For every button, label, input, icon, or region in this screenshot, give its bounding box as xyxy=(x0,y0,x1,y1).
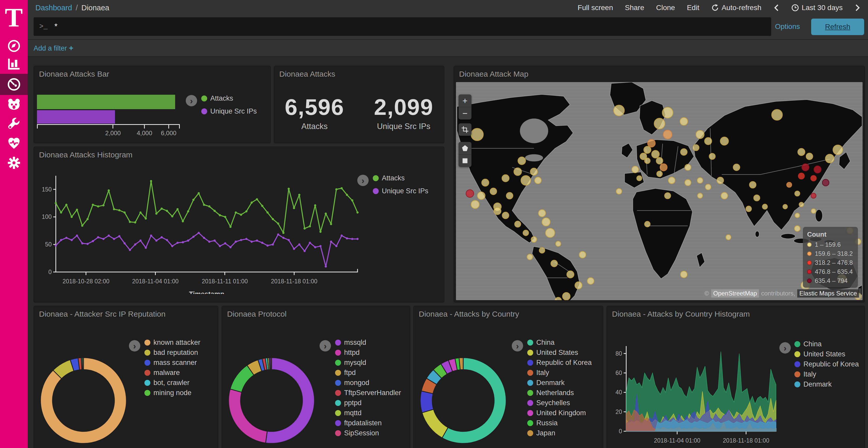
legend-color-dot xyxy=(145,390,150,396)
legend-item[interactable]: Denmark xyxy=(527,378,592,388)
sidebar-item-timelion[interactable] xyxy=(0,95,28,114)
bar-legend: AttacksUnique Src IPs xyxy=(201,92,257,118)
legend-label: SipSession xyxy=(344,429,379,437)
horizontal-bar-chart[interactable] xyxy=(37,95,180,125)
legend-item[interactable]: mysqld xyxy=(335,358,401,368)
legend-item[interactable]: Italy xyxy=(527,368,592,378)
gauge-icon xyxy=(7,77,21,91)
breadcrumb-dashboard-link[interactable]: Dashboard xyxy=(35,4,72,12)
osm-link[interactable]: OpenStreetMap xyxy=(711,289,759,298)
legend-item[interactable]: 159.6 – 318.2 xyxy=(807,249,853,258)
legend-label: 159.6 – 318.2 xyxy=(815,250,853,257)
legend-item[interactable]: SipSession xyxy=(335,428,401,438)
legend-item[interactable]: China xyxy=(527,338,592,348)
edit-button[interactable]: Edit xyxy=(687,4,699,12)
legend-item[interactable]: United States xyxy=(527,348,592,358)
area-chart[interactable]: 0204060802018-11-04 01:002018-11-18 01:0… xyxy=(613,345,784,448)
legend-item[interactable]: mqttd xyxy=(335,408,401,418)
legend-color-dot xyxy=(335,410,341,416)
sidebar-item-visualize[interactable] xyxy=(0,55,28,74)
legend-item[interactable]: malware xyxy=(145,368,200,378)
legend-item[interactable]: Japan xyxy=(527,428,592,438)
legend-item[interactable]: 635.4 – 794 xyxy=(807,276,853,285)
sidebar-item-management[interactable] xyxy=(0,153,28,172)
crop-icon[interactable] xyxy=(459,123,471,136)
legend-item[interactable]: Attacks xyxy=(373,172,428,184)
full-screen-button[interactable]: Full screen xyxy=(578,4,613,12)
legend-item[interactable]: Republic of Korea xyxy=(795,359,859,369)
legend-item[interactable]: TftpServerHandler xyxy=(335,388,401,398)
legend-item[interactable]: Attacks xyxy=(201,92,257,105)
search-query-input[interactable]: >_ * xyxy=(34,17,771,36)
panel-title: Dionaea Attacks Bar xyxy=(39,70,109,78)
legend-item[interactable]: mining node xyxy=(145,388,200,398)
legend-label: mqttd xyxy=(344,409,362,417)
legend-item[interactable]: Denmark xyxy=(795,379,859,389)
auto-refresh-button[interactable]: Auto-refresh xyxy=(711,4,761,12)
expand-legend-icon[interactable]: › xyxy=(357,175,369,186)
legend-item[interactable]: ftpdatalisten xyxy=(335,418,401,428)
legend-item[interactable]: Italy xyxy=(795,369,859,379)
x-axis-tick: 4,000 xyxy=(137,130,152,137)
expand-legend-icon[interactable]: › xyxy=(129,340,140,351)
legend-item[interactable]: httpd xyxy=(335,348,401,358)
polygon-tool-icon[interactable] xyxy=(459,142,471,154)
bar-x-axis: 2,0004,0006,000 xyxy=(37,124,180,125)
donut-chart[interactable] xyxy=(38,356,128,445)
clone-button[interactable]: Clone xyxy=(656,4,675,12)
donut-chart[interactable] xyxy=(418,356,508,445)
expand-legend-icon[interactable]: › xyxy=(779,342,791,353)
legend-item[interactable]: known attacker xyxy=(145,338,200,348)
time-forward-button[interactable] xyxy=(855,4,861,12)
crop-tool xyxy=(459,123,471,136)
legend-color-dot xyxy=(527,360,533,366)
donut-chart[interactable] xyxy=(226,356,316,445)
legend-item[interactable]: Unique Src IPs xyxy=(373,184,428,198)
legend-item[interactable]: 318.2 – 476.8 xyxy=(807,258,853,267)
zoom-in-button[interactable]: + xyxy=(459,95,471,107)
legend-item[interactable]: ftpd xyxy=(335,368,401,378)
legend-item[interactable]: bot, crawler xyxy=(145,378,200,388)
legend-item[interactable]: mssqld xyxy=(335,338,401,348)
legend-item[interactable]: Netherlands xyxy=(527,388,592,398)
query-options-link[interactable]: Options xyxy=(775,15,800,38)
expand-legend-icon[interactable]: › xyxy=(186,95,197,106)
refresh-button[interactable]: Refresh xyxy=(811,19,864,35)
legend-item[interactable]: Unique Src IPs xyxy=(201,105,257,118)
legend-label: Italy xyxy=(536,369,549,377)
legend-color-dot xyxy=(335,340,341,346)
time-back-button[interactable] xyxy=(773,4,779,12)
bar-Attacks[interactable] xyxy=(37,95,175,109)
expand-legend-icon[interactable]: › xyxy=(512,340,523,351)
ems-link[interactable]: Elastic Maps Service xyxy=(797,289,859,298)
sidebar-item-discover[interactable] xyxy=(0,36,28,56)
zoom-out-button[interactable]: − xyxy=(459,107,471,119)
legend-item[interactable]: United States xyxy=(795,349,859,359)
add-filter-button[interactable]: Add a filter + xyxy=(34,44,73,53)
sidebar-item-monitoring[interactable] xyxy=(0,134,28,153)
world-map[interactable]: + − xyxy=(456,82,863,300)
bar-Unique Src IPs[interactable] xyxy=(37,110,115,124)
line-chart[interactable]: 0501001502018-10-28 02:002018-11-04 01:0… xyxy=(39,173,388,294)
sidebar-item-devtools[interactable] xyxy=(0,114,28,133)
rectangle-tool-icon[interactable] xyxy=(459,154,471,167)
legend-item[interactable]: 476.8 – 635.4 xyxy=(807,267,853,276)
share-button[interactable]: Share xyxy=(625,4,644,12)
legend-label: mongod xyxy=(344,379,369,387)
legend-item[interactable]: Russia xyxy=(527,418,592,428)
legend-item[interactable]: bad reputation xyxy=(145,348,200,358)
legend-item[interactable]: United Kingdom xyxy=(527,408,592,418)
sidebar-item-dashboard[interactable] xyxy=(0,74,28,95)
legend-item[interactable]: 1 – 159.6 xyxy=(807,240,853,249)
svg-text:2018-11-18 01:00: 2018-11-18 01:00 xyxy=(271,278,317,285)
legend-item[interactable]: pptpd xyxy=(335,398,401,408)
telekom-logo[interactable]: T xyxy=(0,2,28,33)
legend-item[interactable]: mass scanner xyxy=(145,358,200,368)
legend-item[interactable]: China xyxy=(795,339,859,349)
legend-item[interactable]: Republic of Korea xyxy=(527,358,592,368)
panel-title: Dionaea Protocol xyxy=(227,310,286,318)
time-range-picker[interactable]: Last 30 days xyxy=(791,4,843,12)
legend-item[interactable]: mongod xyxy=(335,378,401,388)
expand-legend-icon[interactable]: › xyxy=(319,340,331,351)
legend-item[interactable]: Seychelles xyxy=(527,398,592,408)
